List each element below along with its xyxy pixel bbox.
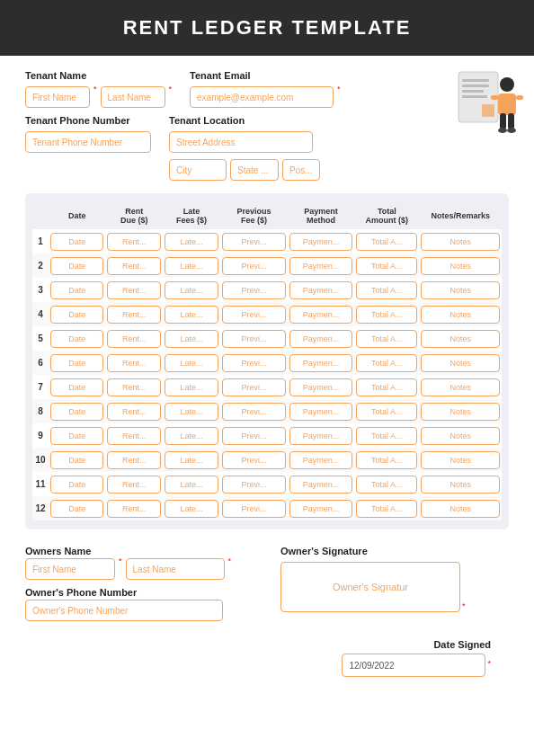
prev-input[interactable]	[222, 476, 286, 494]
prev-input[interactable]	[222, 281, 286, 299]
total-input[interactable]	[356, 306, 417, 324]
late-input[interactable]	[165, 330, 218, 348]
rent-input[interactable]	[107, 330, 161, 348]
prev-input[interactable]	[222, 257, 286, 275]
rent-input[interactable]	[107, 257, 161, 275]
prev-input[interactable]	[222, 403, 286, 421]
prev-input[interactable]	[222, 233, 286, 251]
date-signed-input[interactable]	[342, 654, 485, 677]
date-input[interactable]	[50, 500, 103, 518]
total-input[interactable]	[356, 476, 417, 494]
tenant-city-input[interactable]	[169, 159, 227, 181]
late-input[interactable]	[165, 281, 218, 299]
date-input[interactable]	[50, 281, 103, 299]
rent-input[interactable]	[107, 451, 161, 469]
total-input[interactable]	[356, 354, 417, 372]
date-input[interactable]	[50, 476, 103, 494]
notes-input[interactable]	[421, 330, 500, 348]
date-input[interactable]	[50, 403, 103, 421]
last-name-required: *	[169, 84, 173, 106]
total-input[interactable]	[356, 257, 417, 275]
late-input[interactable]	[165, 233, 218, 251]
prev-input[interactable]	[222, 330, 286, 348]
late-input[interactable]	[165, 451, 218, 469]
date-input[interactable]	[50, 233, 103, 251]
date-input[interactable]	[50, 378, 103, 396]
total-input[interactable]	[356, 378, 417, 396]
late-input[interactable]	[165, 354, 218, 372]
total-input[interactable]	[356, 403, 417, 421]
total-input[interactable]	[356, 427, 417, 445]
row-number: 5	[32, 326, 49, 351]
payment-input[interactable]	[289, 330, 352, 348]
rent-input[interactable]	[107, 281, 161, 299]
date-input[interactable]	[50, 451, 103, 469]
tenant-last-name-input[interactable]	[101, 86, 165, 108]
notes-input[interactable]	[421, 427, 500, 445]
notes-input[interactable]	[421, 500, 500, 518]
total-input[interactable]	[356, 330, 417, 348]
date-input[interactable]	[50, 306, 103, 324]
prev-input[interactable]	[222, 451, 286, 469]
rent-input[interactable]	[107, 354, 161, 372]
prev-input[interactable]	[222, 354, 286, 372]
payment-input[interactable]	[289, 476, 352, 494]
page-title: RENT LEDGER TEMPLATE	[0, 16, 534, 40]
late-input[interactable]	[165, 427, 218, 445]
late-input[interactable]	[165, 378, 218, 396]
prev-input[interactable]	[222, 500, 286, 518]
date-input[interactable]	[50, 330, 103, 348]
payment-input[interactable]	[289, 233, 352, 251]
payment-input[interactable]	[289, 500, 352, 518]
owner-last-name-input[interactable]	[126, 558, 225, 580]
rent-input[interactable]	[107, 427, 161, 445]
rent-input[interactable]	[107, 306, 161, 324]
notes-input[interactable]	[421, 451, 500, 469]
rent-input[interactable]	[107, 378, 161, 396]
rent-input[interactable]	[107, 233, 161, 251]
payment-input[interactable]	[289, 354, 352, 372]
tenant-street-input[interactable]	[169, 131, 313, 153]
signature-box[interactable]: Owner's Signatur	[280, 562, 460, 612]
notes-input[interactable]	[421, 233, 500, 251]
late-input[interactable]	[165, 306, 218, 324]
date-input[interactable]	[50, 354, 103, 372]
tenant-phone-input[interactable]	[25, 131, 151, 153]
tenant-email-input[interactable]	[190, 86, 334, 108]
late-input[interactable]	[165, 403, 218, 421]
prev-input[interactable]	[222, 427, 286, 445]
notes-input[interactable]	[421, 281, 500, 299]
notes-input[interactable]	[421, 403, 500, 421]
late-input[interactable]	[165, 257, 218, 275]
prev-input[interactable]	[222, 306, 286, 324]
total-input[interactable]	[356, 281, 417, 299]
date-input[interactable]	[50, 257, 103, 275]
rent-input[interactable]	[107, 403, 161, 421]
owner-phone-input[interactable]	[25, 600, 223, 621]
total-input[interactable]	[356, 233, 417, 251]
payment-input[interactable]	[289, 281, 352, 299]
total-input[interactable]	[356, 500, 417, 518]
total-input[interactable]	[356, 451, 417, 469]
notes-input[interactable]	[421, 378, 500, 396]
late-input[interactable]	[165, 476, 218, 494]
payment-input[interactable]	[289, 306, 352, 324]
payment-input[interactable]	[289, 403, 352, 421]
owner-first-name-input[interactable]	[25, 558, 115, 580]
payment-input[interactable]	[289, 378, 352, 396]
payment-input[interactable]	[289, 427, 352, 445]
notes-input[interactable]	[421, 306, 500, 324]
date-input[interactable]	[50, 427, 103, 445]
late-input[interactable]	[165, 500, 218, 518]
prev-input[interactable]	[222, 378, 286, 396]
notes-input[interactable]	[421, 476, 500, 494]
rent-input[interactable]	[107, 476, 161, 494]
notes-input[interactable]	[421, 354, 500, 372]
tenant-first-name-input[interactable]	[25, 86, 90, 108]
tenant-state-input[interactable]	[230, 159, 279, 181]
notes-input[interactable]	[421, 257, 500, 275]
tenant-postal-input[interactable]	[282, 159, 320, 181]
rent-input[interactable]	[107, 500, 161, 518]
payment-input[interactable]	[289, 257, 352, 275]
payment-input[interactable]	[289, 451, 352, 469]
